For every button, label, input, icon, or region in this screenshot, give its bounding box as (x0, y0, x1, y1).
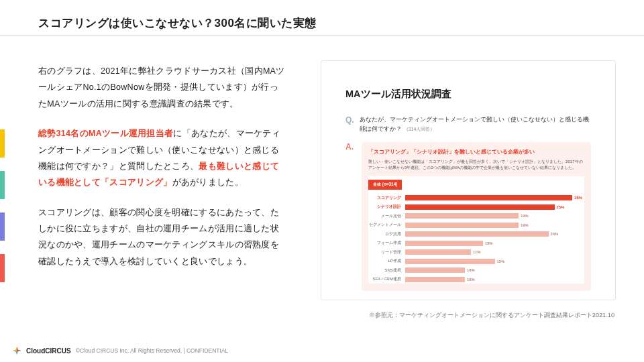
logo-text-circus: CIRCUS (45, 347, 70, 355)
bar-track: 24% (405, 231, 584, 237)
bar-label: リード管理 (368, 249, 405, 255)
bar-label: シナリオ設計 (368, 204, 405, 210)
accent-bar (0, 213, 5, 241)
answer-subtext: 難しい・使いこなせない機能は「スコアリング」が最も回答が多く、次いで「シナリオ設… (368, 158, 584, 170)
question-note: （314人回答） (404, 127, 435, 131)
bar-label: ログ活用 (368, 231, 405, 237)
bar-value: 10% (467, 278, 475, 282)
bar-row: シナリオ設計25% (368, 203, 584, 211)
bar-row: SNS連携10% (368, 266, 584, 274)
bar-fill (405, 267, 465, 273)
body-paragraph-2: 総勢314名のMAツール運用担当者に「あなたが、マーケティングオートメーションで… (38, 125, 285, 191)
bar-fill (405, 231, 549, 237)
chart-header-band: 全体 (n=314) (368, 180, 402, 190)
bar-label: LP作成 (368, 258, 405, 264)
question-row: Q. あなたが、マーケティングオートメーションで難しい（使いこなせない）と感じる… (345, 115, 591, 134)
bar-value: 28% (574, 196, 582, 200)
body-paragraph-3: スコアリングは、顧客の関心度を明確にするにあたって、たしかに役に立ちますが、自社… (38, 204, 285, 270)
footer: CloudCIRCUS ©Cloud CIRCUS Inc, All Right… (12, 346, 228, 355)
bar-row: ログ活用24% (368, 230, 584, 238)
copyright-text: ©Cloud CIRCUS Inc, All Rights Reserved. … (76, 347, 229, 354)
bar-fill (405, 204, 555, 210)
bar-fill (405, 241, 483, 246)
cloudcircus-logo-icon (12, 346, 21, 355)
body-p2-tail: があがりました。 (172, 178, 244, 187)
bar-label: SNS連携 (368, 267, 405, 274)
question-text-main: あなたが、マーケティングオートメーションで難しい（使いこなせない）と感じる機能は… (360, 116, 589, 132)
accent-bar (0, 129, 5, 158)
bar-fill (405, 277, 465, 282)
bar-fill (405, 195, 572, 200)
answer-headline: 「スコアリング」「シナリオ設計」を難しいと感じている企業が多い (368, 148, 584, 156)
bar-value: 13% (485, 241, 493, 245)
logo-text: CloudCIRCUS (26, 347, 71, 355)
bar-track: 10% (405, 267, 584, 273)
bar-value: 19% (521, 214, 529, 218)
card-title: MAツール活用状況調査 (345, 88, 591, 101)
bar-label: スコアリング (368, 195, 405, 201)
bar-row: リード管理11% (368, 248, 584, 256)
answer-panel: 「スコアリング」「シナリオ設計」を難しいと感じている企業が多い 難しい・使いこな… (362, 142, 591, 291)
accent-bar (0, 171, 5, 199)
bar-row: セグメントメール19% (368, 221, 584, 229)
bar-row: LP作成15% (368, 257, 584, 265)
bar-track: 10% (405, 277, 584, 282)
bar-value: 24% (551, 232, 559, 236)
bar-track: 25% (405, 204, 584, 210)
bar-row: フォーム作成13% (368, 239, 584, 247)
bar-value: 10% (467, 268, 475, 272)
body-text-column: 右のグラフは、2021年に弊社クラウドサーカス社（国内MAツールシェアNo.1の… (38, 63, 285, 283)
bar-row: スコアリング28% (368, 194, 584, 202)
bar-label: セグメントメール (368, 222, 405, 228)
bar-track: 15% (405, 259, 584, 264)
a-letter: A. (345, 142, 356, 152)
q-letter: Q. (345, 115, 354, 125)
bar-row: SFA / CRM連携10% (368, 276, 584, 284)
bar-row: メール送信19% (368, 212, 584, 220)
bar-value: 19% (521, 223, 529, 227)
bar-value: 15% (497, 259, 505, 263)
bar-fill (405, 259, 495, 264)
citation-text: ※参照元：マーケティングオートメーションに関するアンケート調査結果レポート202… (369, 311, 614, 320)
accent-bar (0, 254, 5, 282)
answer-row: A. 「スコアリング」「シナリオ設計」を難しいと感じている企業が多い 難しい・使… (345, 142, 591, 291)
survey-card: MAツール活用状況調査 Q. あなたが、マーケティングオートメーションで難しい（… (321, 60, 616, 300)
bar-track: 13% (405, 241, 584, 246)
bar-fill (405, 213, 519, 219)
emphasis-respondent-count: 総勢314名のMAツール運用担当者 (38, 129, 173, 138)
bar-track: 11% (405, 249, 584, 255)
accent-color-bars (0, 129, 5, 296)
divider (0, 35, 644, 36)
bar-fill (405, 249, 471, 255)
bar-track: 19% (405, 223, 584, 228)
logo-text-cloud: Cloud (26, 347, 45, 355)
question-text: あなたが、マーケティングオートメーションで難しい（使いこなせない）と感じる機能は… (360, 115, 591, 134)
body-paragraph-1: 右のグラフは、2021年に弊社クラウドサーカス社（国内MAツールシェアNo.1の… (38, 63, 285, 112)
bar-value: 11% (473, 250, 481, 254)
bar-label: フォーム作成 (368, 240, 405, 246)
page-title: スコアリングは使いこなせない？300名に聞いた実態 (38, 15, 317, 31)
bar-label: SFA / CRM連携 (368, 276, 405, 282)
bar-label: メール送信 (368, 213, 405, 219)
chart-bars-container: スコアリング28%シナリオ設計25%メール送信19%セグメントメール19%ログ活… (368, 194, 584, 284)
bar-fill (405, 223, 519, 228)
bar-chart: 全体 (n=314) スコアリング28%シナリオ設計25%メール送信19%セグメ… (368, 176, 584, 284)
bar-track: 28% (405, 195, 584, 200)
bar-value: 25% (557, 205, 565, 209)
bar-track: 19% (405, 213, 584, 219)
